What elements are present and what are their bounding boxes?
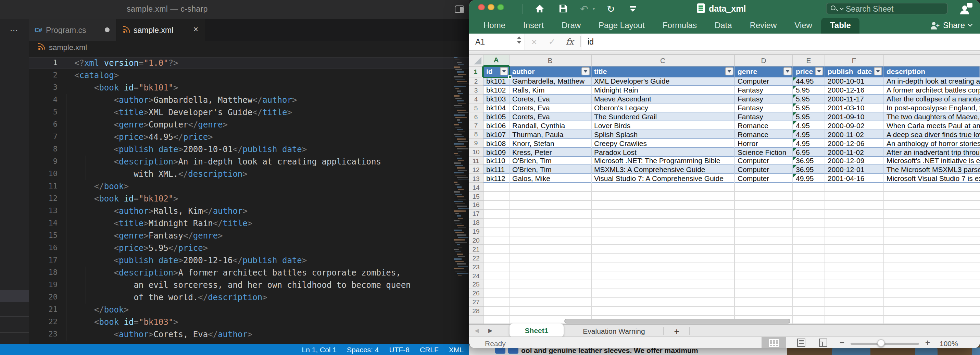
cell[interactable] — [825, 245, 884, 254]
cell[interactable] — [884, 280, 980, 289]
cell[interactable] — [591, 183, 735, 192]
cell[interactable] — [825, 298, 884, 307]
cell[interactable] — [884, 183, 980, 192]
code-line[interactable]: 13 <author>Ralls, Kim</author> — [29, 205, 469, 217]
cell[interactable]: Fantasy — [735, 104, 793, 112]
cell[interactable]: Microsoft Visual Studio 7 is ex — [884, 174, 980, 183]
ribbon-tab-home[interactable]: Home — [474, 18, 514, 34]
cell[interactable] — [591, 236, 735, 245]
excel-titlebar[interactable]: ↶ ▾ ↻ data_xml Search Sheet — [469, 0, 980, 18]
cell[interactable]: Corets, Eva — [509, 104, 591, 112]
cell[interactable] — [591, 280, 735, 289]
row-header-27[interactable]: 27 — [469, 298, 484, 307]
cell[interactable] — [793, 183, 825, 192]
code-line[interactable]: 1<?xml version="1.0"?> — [29, 57, 469, 69]
cell[interactable]: 4.95 — [793, 139, 825, 148]
cell[interactable] — [591, 262, 735, 271]
status-item[interactable]: Spaces: 4 — [347, 345, 379, 353]
cell[interactable] — [591, 254, 735, 263]
quick-access-chevron-icon[interactable] — [627, 0, 638, 18]
cell[interactable] — [735, 245, 793, 254]
column-header-A[interactable]: A — [484, 55, 509, 66]
cell[interactable] — [884, 307, 980, 316]
cell[interactable]: 2000-12-16 — [825, 86, 884, 95]
cell[interactable] — [591, 192, 735, 201]
ribbon-tab-page-layout[interactable]: Page Layout — [590, 18, 654, 34]
code-line[interactable]: 17 <publish_date>2000-12-16</publish_dat… — [29, 254, 469, 267]
cell[interactable]: The two daughters of Maeve, — [884, 112, 980, 121]
cell[interactable] — [484, 227, 509, 236]
row-header-18[interactable]: 18 — [469, 219, 484, 227]
row-header-16[interactable]: 16 — [469, 201, 484, 210]
cell[interactable]: 2000-10-01 — [825, 77, 884, 86]
code-line[interactable]: 14 <title>Midnight Rain</title> — [29, 217, 469, 230]
cell[interactable]: Midnight Rain — [591, 86, 735, 95]
cell[interactable]: O'Brien, Tim — [509, 166, 591, 174]
cell[interactable] — [735, 227, 793, 236]
cell[interactable] — [884, 201, 980, 210]
row-header-24[interactable]: 24 — [469, 271, 484, 280]
cell[interactable] — [884, 271, 980, 280]
cell[interactable]: After an inadvertant trip throug — [884, 148, 980, 157]
ribbon-tab-view[interactable]: View — [786, 18, 821, 34]
cell[interactable] — [793, 236, 825, 245]
cell[interactable]: A former architect battles corp — [884, 86, 980, 95]
cell[interactable] — [509, 254, 591, 263]
cell[interactable]: Romance — [735, 130, 793, 139]
cell[interactable]: Corets, Eva — [509, 95, 591, 104]
page-break-view-button[interactable] — [814, 337, 832, 348]
row-header-7[interactable]: 7 — [469, 121, 484, 130]
cell[interactable]: 2000-12-06 — [825, 139, 884, 148]
cell[interactable]: Kress, Peter — [509, 148, 591, 157]
column-header-B[interactable]: B — [509, 55, 591, 66]
code-line[interactable]: 19 an evil sorceress, and her own childh… — [29, 279, 469, 291]
column-header-E[interactable]: E — [793, 55, 825, 66]
cell[interactable]: Randall, Cynthia — [509, 121, 591, 130]
ribbon-tab-review[interactable]: Review — [741, 18, 786, 34]
row-header-11[interactable]: 11 — [469, 157, 484, 166]
cell[interactable] — [484, 201, 509, 210]
code-line[interactable]: 9 <description>An in-depth look at creat… — [29, 155, 469, 168]
cell[interactable] — [591, 289, 735, 298]
cell[interactable] — [825, 254, 884, 263]
cell[interactable] — [793, 307, 825, 316]
cell[interactable]: Computer — [735, 77, 793, 86]
cell[interactable]: Romance — [735, 121, 793, 130]
cell[interactable]: bk108 — [484, 139, 509, 148]
code-editor[interactable]: 1<?xml version="1.0"?>2<catalog>3 <book … — [29, 57, 469, 341]
ribbon-tab-table[interactable]: Table — [821, 18, 860, 34]
cell[interactable] — [484, 183, 509, 192]
row-header-17[interactable]: 17 — [469, 210, 484, 219]
tab-overflow-button[interactable]: ⋯ — [0, 19, 29, 41]
cell[interactable] — [884, 236, 980, 245]
cell[interactable] — [484, 210, 509, 219]
cell[interactable] — [591, 201, 735, 210]
status-item[interactable]: Ln 1, Col 1 — [302, 345, 337, 353]
cell[interactable] — [793, 289, 825, 298]
header-cell-genre[interactable]: genre — [735, 66, 793, 77]
account-presence-icon[interactable] — [960, 3, 972, 14]
cell[interactable] — [591, 219, 735, 227]
cell[interactable] — [825, 219, 884, 227]
sheet-tab-sheet1[interactable]: Sheet1 — [509, 323, 564, 337]
cell[interactable] — [509, 298, 591, 307]
minimap[interactable] — [454, 57, 468, 278]
cell[interactable]: Science Fiction — [735, 148, 793, 157]
zoom-traffic-light[interactable] — [497, 4, 504, 10]
column-header-D[interactable]: D — [735, 55, 793, 66]
cell[interactable]: MSXML3: A Comprehensive Guide — [591, 166, 735, 174]
select-all-corner[interactable] — [469, 55, 484, 66]
cell[interactable] — [735, 210, 793, 219]
row-header-22[interactable]: 22 — [469, 254, 484, 263]
ribbon-tab-draw[interactable]: Draw — [553, 18, 590, 34]
cell[interactable] — [735, 271, 793, 280]
header-cell-author[interactable]: author — [509, 66, 591, 77]
cell[interactable]: 2000-11-02 — [825, 130, 884, 139]
filter-button[interactable] — [874, 67, 882, 75]
cell[interactable]: 2001-03-10 — [825, 104, 884, 112]
redo-icon[interactable]: ↻ — [604, 0, 618, 18]
cell[interactable]: 5.95 — [793, 86, 825, 95]
normal-view-button[interactable] — [762, 337, 786, 348]
status-item[interactable]: CRLF — [420, 345, 439, 353]
cell[interactable] — [484, 262, 509, 271]
